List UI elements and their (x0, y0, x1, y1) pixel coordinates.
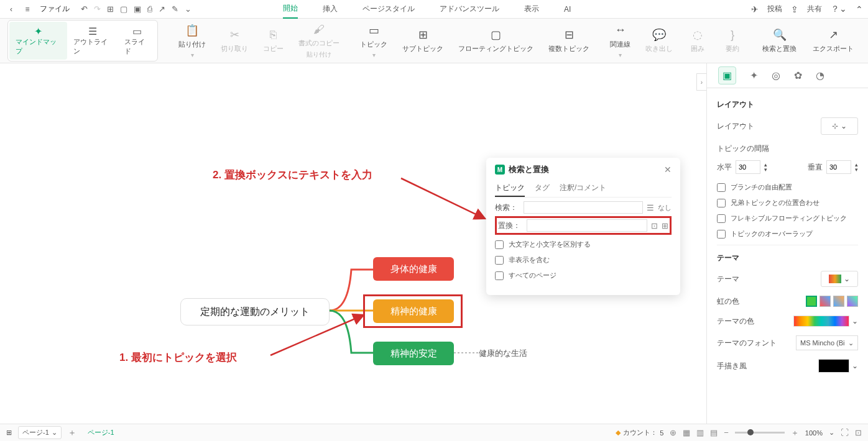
undo-icon[interactable]: ↶ (81, 4, 88, 14)
horiz-input[interactable] (736, 160, 760, 174)
theme-color-strip[interactable] (793, 316, 849, 327)
callout-button[interactable]: 💬吹き出し (638, 20, 680, 62)
share-button[interactable]: 共有 (807, 4, 822, 14)
check-case[interactable] (495, 240, 504, 249)
zoom-slider[interactable] (735, 432, 785, 434)
collapse-panel-icon[interactable]: › (696, 73, 706, 91)
search-tab-topic[interactable]: トピック (495, 180, 525, 197)
tab-page-style[interactable]: ページスタイル (362, 0, 415, 18)
grid-icon[interactable]: ▦ (683, 428, 690, 437)
export-button[interactable]: ↗エクスポート (806, 24, 861, 57)
layout-select[interactable]: ⊹⌄ (821, 117, 858, 135)
check-hidden[interactable] (495, 256, 504, 265)
font-select[interactable]: MS Mincho (Bi⌄ (796, 335, 858, 350)
chk-overlap[interactable] (717, 230, 726, 239)
help-icon[interactable]: ？⌄ (831, 4, 847, 15)
theme-label: テーマ (717, 274, 739, 284)
handdrawn-swatch[interactable] (818, 359, 849, 373)
replace-one-icon[interactable]: ⊡ (651, 221, 658, 230)
paste-button[interactable]: 📋貼り付け▾ (171, 19, 213, 63)
open-icon[interactable]: ▢ (120, 4, 127, 14)
search-label: 検索： (495, 202, 520, 213)
replace-input[interactable] (527, 219, 647, 232)
tab-start[interactable]: 開始 (283, 0, 298, 19)
chk-free-branch[interactable] (717, 183, 726, 192)
tab-ai[interactable]: AI (564, 1, 571, 17)
search-input[interactable] (524, 201, 643, 214)
theme-color-label: テーマの色 (717, 316, 754, 327)
topic-mental-stability[interactable]: 精神的安定 (373, 342, 454, 365)
multi-topic-button[interactable]: ⊟複数トピック (541, 20, 597, 62)
share-icon-top[interactable]: ⇪ (791, 4, 798, 14)
topic-mental-health[interactable]: 精神的健康 (373, 299, 454, 323)
spin-icon[interactable]: ▴▾ (764, 162, 767, 172)
spacing-label: トピックの間隔 (717, 143, 858, 154)
panel-icon[interactable]: ▤ (710, 428, 718, 437)
chk-flexible-float[interactable] (717, 214, 726, 223)
panel-tab-layout[interactable]: ▣ (718, 66, 736, 84)
close-icon[interactable]: ✕ (664, 165, 672, 175)
panel-tab-style[interactable]: ✦ (750, 70, 758, 81)
annotation-1: 1. 最初にトピックを選択 (119, 350, 237, 365)
file-menu[interactable]: ファイル (40, 4, 70, 14)
view-mode-switch[interactable]: ✦マインドマップ ☰アウトライン ▭スライド (7, 20, 158, 61)
vert-input[interactable] (826, 160, 851, 174)
send-icon[interactable]: ✈ (751, 4, 759, 14)
search-replace-button[interactable]: 🔍検索と置換 (755, 24, 803, 57)
globe-icon[interactable]: ⊕ (670, 428, 676, 437)
filter-icon[interactable]: ☰ (647, 203, 654, 212)
spin-icon[interactable]: ▴▾ (855, 162, 858, 172)
floating-topic-button[interactable]: ▢フローティングトピック (451, 20, 541, 62)
edit-icon[interactable]: ✎ (172, 4, 178, 14)
add-page-button[interactable]: ＋ (68, 427, 76, 439)
view-icon[interactable]: ▥ (696, 428, 704, 437)
fullscreen-icon[interactable]: ⛶ (841, 428, 849, 437)
tab-view[interactable]: 表示 (524, 0, 539, 18)
subtopic-button[interactable]: ⊞サブトピック (395, 20, 451, 62)
page-tab[interactable]: ページ-1 (83, 428, 119, 437)
replace-all-icon[interactable]: ⊞ (662, 221, 668, 230)
chk-align-sibling[interactable] (717, 199, 726, 207)
more-icon[interactable]: ⌄ (185, 4, 192, 14)
floating-topic[interactable]: 健康的な生活 (479, 348, 527, 359)
redo-icon[interactable]: ↷ (94, 4, 101, 14)
format-copy-button[interactable]: 🖌書式のコピー貼り付け (291, 19, 347, 63)
check-all-pages[interactable] (495, 271, 504, 280)
share-icon[interactable]: ↗ (159, 4, 165, 14)
collapse-ribbon-icon[interactable]: ⌃ (856, 4, 863, 14)
panel-tab-history[interactable]: ◔ (816, 70, 824, 81)
copy-button[interactable]: ⎘コピー (256, 19, 291, 63)
topic-physical-health[interactable]: 身体的健康 (373, 257, 454, 281)
mode-mindmap[interactable]: ✦マインドマップ (9, 22, 67, 60)
mode-outline[interactable]: ☰アウトライン (67, 22, 118, 60)
zoom-out-icon[interactable]: − (724, 428, 729, 437)
replace-label: 置換： (498, 220, 523, 231)
save-icon[interactable]: ▣ (134, 4, 141, 14)
topic-button[interactable]: ▭トピック▾ (353, 20, 395, 62)
back-icon[interactable]: ‹ (5, 3, 17, 16)
fit-icon[interactable]: ⊡ (855, 428, 862, 437)
rainbow-swatches[interactable] (806, 296, 858, 307)
panel-tab-map[interactable]: ◎ (772, 70, 780, 81)
cut-button[interactable]: ✂切り取り (213, 19, 256, 63)
search-tab-tag[interactable]: タグ (535, 180, 550, 197)
chevron-down-icon[interactable]: ⌄ (829, 429, 834, 437)
relation-button[interactable]: ↔関連線▾ (603, 20, 638, 62)
panel-tab-icon[interactable]: ✿ (794, 70, 802, 81)
print-icon[interactable]: ⎙ (147, 4, 152, 14)
theme-select[interactable]: ⌄ (821, 271, 858, 287)
summary-button[interactable]: }要約 (715, 20, 750, 62)
chevron-down-icon: ⌄ (844, 275, 850, 283)
post-button[interactable]: 投稿 (767, 4, 782, 14)
menu-icon[interactable]: ≡ (21, 3, 34, 16)
zoom-in-icon[interactable]: ＋ (791, 427, 799, 439)
page-dropdown[interactable]: ページ-1⌄ (18, 426, 62, 439)
new-icon[interactable]: ⊞ (107, 4, 114, 14)
mode-slide[interactable]: ▭スライド (118, 22, 157, 60)
tab-insert[interactable]: 挿入 (323, 0, 338, 18)
search-tab-comment[interactable]: 注釈/コメント (560, 180, 606, 197)
root-topic[interactable]: 定期的な運動のメリット (180, 298, 330, 325)
boundary-button[interactable]: ◌囲み (680, 20, 715, 62)
tab-advance[interactable]: アドバンスツール (440, 0, 499, 18)
outline-icon[interactable]: ⊞ (6, 429, 12, 437)
